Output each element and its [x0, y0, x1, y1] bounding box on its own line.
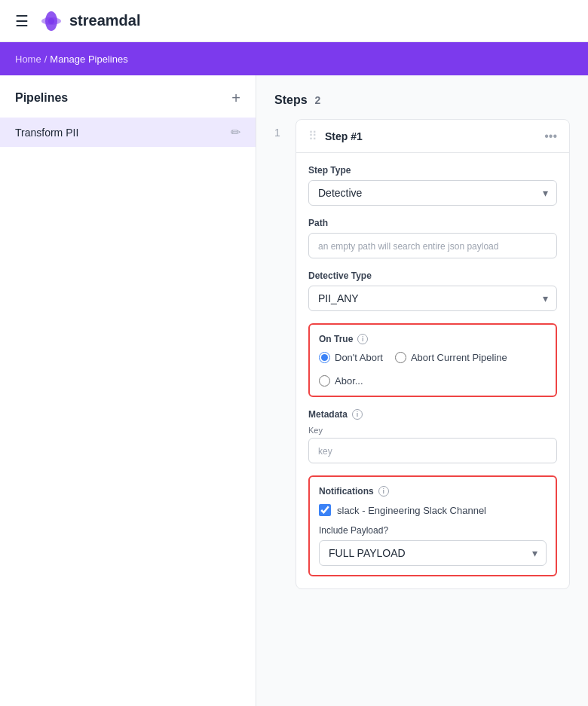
abort-radio-group: Don't Abort Abort Current Pipeline Abor.… — [319, 352, 547, 387]
svg-point-2 — [48, 18, 54, 24]
step-type-select[interactable]: Detective Transform Encode Decode — [308, 180, 557, 206]
notifications-section: Notifications i slack - Engineering Slac… — [308, 475, 557, 576]
step-menu-icon[interactable]: ••• — [544, 130, 557, 143]
metadata-label: Metadata i — [308, 409, 557, 420]
logo-text: streamdal — [69, 12, 141, 29]
sidebar-header: Pipelines + — [0, 90, 256, 118]
step-card-header: ⠿ Step #1 ••• — [296, 120, 569, 153]
breadcrumb-current-page: Manage Pipelines — [50, 53, 127, 65]
step-type-field: Step Type Detective Transform Encode Dec… — [308, 165, 557, 206]
step-title: Step #1 — [325, 130, 537, 142]
drag-handle-icon: ⠿ — [308, 129, 317, 143]
notifications-label: Notifications i — [319, 486, 547, 497]
detective-type-select[interactable]: PII_ANY PII_EMAIL PII_PHONE PII_SSN — [308, 286, 557, 311]
breadcrumb-separator: / — [44, 53, 47, 65]
step-number: 1 — [274, 127, 286, 139]
step-type-select-wrapper: Detective Transform Encode Decode — [308, 180, 557, 206]
metadata-key-input[interactable] — [308, 438, 557, 463]
radio-abort-current[interactable]: Abort Current Pipeline — [395, 352, 507, 363]
streamdal-logo-icon — [39, 9, 63, 33]
include-payload-label: Include Payload? — [319, 525, 547, 536]
detective-type-label: Detective Type — [308, 270, 557, 281]
slack-notification-checkbox[interactable] — [319, 504, 331, 516]
detective-type-select-wrapper: PII_ANY PII_EMAIL PII_PHONE PII_SSN — [308, 286, 557, 311]
step-card: ⠿ Step #1 ••• Step Type Detective Transf… — [296, 119, 570, 589]
radio-dont-abort[interactable]: Don't Abort — [319, 352, 383, 363]
sidebar-item-transform-pii[interactable]: Transform PII ✏ — [0, 118, 256, 147]
step-row: 1 ⠿ Step #1 ••• Step Type Detective — [274, 119, 570, 589]
radio-abort-all[interactable]: Abor... — [319, 375, 363, 387]
step-body: Step Type Detective Transform Encode Dec… — [296, 153, 569, 588]
step-type-label: Step Type — [308, 165, 557, 176]
steps-header: Steps 2 — [274, 93, 570, 107]
sidebar-title: Pipelines — [15, 91, 68, 105]
sidebar: Pipelines + Transform PII ✏ — [0, 75, 256, 706]
slack-notification-item: slack - Engineering Slack Channel — [319, 504, 547, 516]
slack-notification-label[interactable]: slack - Engineering Slack Channel — [337, 505, 486, 516]
main-layout: Pipelines + Transform PII ✏ Steps 2 1 ⠿ … — [0, 75, 588, 706]
path-field: Path — [308, 218, 557, 258]
content-area: Steps 2 1 ⠿ Step #1 ••• Step Type — [256, 75, 588, 706]
path-label: Path — [308, 218, 557, 228]
on-true-info-icon[interactable]: i — [357, 334, 368, 344]
metadata-info-icon[interactable]: i — [352, 409, 363, 420]
edit-pipeline-icon[interactable]: ✏ — [231, 125, 240, 139]
add-pipeline-button[interactable]: + — [231, 90, 240, 105]
steps-title: Steps — [274, 93, 308, 107]
include-payload-select-wrapper: FULL PAYLOAD NO PAYLOAD PARTIAL PAYLOAD — [319, 540, 547, 566]
steps-count: 2 — [315, 94, 321, 106]
breadcrumb-home-link[interactable]: Home — [15, 53, 41, 65]
on-true-label: On True i — [319, 334, 547, 344]
on-true-section: On True i Don't Abort Abort Current Pipe… — [308, 323, 557, 397]
hamburger-menu[interactable]: ☰ — [15, 12, 29, 30]
logo: streamdal — [39, 9, 141, 33]
path-input[interactable] — [308, 233, 557, 258]
top-nav: ☰ streamdal — [0, 0, 588, 42]
metadata-key-label: Key — [308, 426, 557, 435]
notifications-info-icon[interactable]: i — [378, 486, 389, 497]
detective-type-field: Detective Type PII_ANY PII_EMAIL PII_PHO… — [308, 270, 557, 311]
sidebar-item-label: Transform PII — [15, 127, 78, 139]
include-payload-select[interactable]: FULL PAYLOAD NO PAYLOAD PARTIAL PAYLOAD — [319, 540, 547, 566]
breadcrumb: Home / Manage Pipelines — [0, 42, 588, 75]
metadata-field: Metadata i Key — [308, 409, 557, 463]
